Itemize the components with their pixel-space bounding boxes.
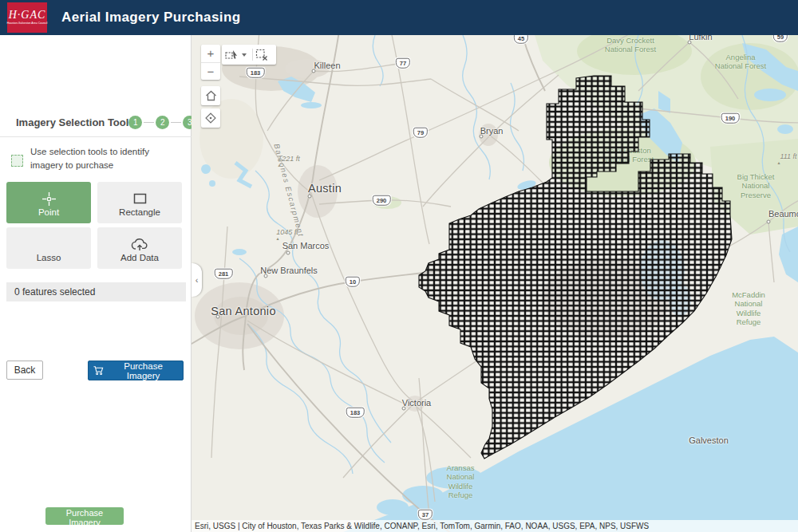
aerial-imagery-purchasing-app: H·GAC Houston-Galveston Area Council Aer…	[0, 0, 798, 532]
protected-area-label: McFaddin National Wildlife Refuge	[732, 290, 765, 327]
highway-shield-37: 37	[418, 510, 433, 520]
clear-selection-button[interactable]	[255, 45, 268, 65]
highway-shield-190: 190	[721, 113, 740, 124]
city-label-victoria: Victoria	[402, 398, 431, 408]
locate-icon	[204, 112, 217, 124]
city-dot	[308, 195, 312, 199]
panel-collapse-tab[interactable]: ‹	[192, 263, 202, 297]
elevation-marker: ▴	[777, 160, 780, 165]
locate-button[interactable]	[201, 108, 220, 128]
city-label-galveston: Galveston	[689, 435, 729, 445]
purchase-imagery-button[interactable]: Purchase Imagery	[88, 361, 184, 380]
select-features-button[interactable]	[225, 45, 239, 65]
app-header: H·GAC Houston-Galveston Area Council Aer…	[0, 0, 798, 35]
elevation-marker: ▴	[276, 235, 279, 241]
step-2-badge: 2	[156, 116, 169, 129]
city-dot	[312, 69, 316, 73]
zoom-control: + −	[201, 45, 220, 80]
sidebar: Imagery Selection Tool 1 2 3 Use selecti…	[0, 35, 192, 532]
city-label-san-antonio: San Antonio	[211, 305, 276, 317]
highway-shield-77: 77	[396, 58, 410, 69]
tool-label: Rectangle	[119, 207, 160, 217]
map-attribution: Esri, USGS | City of Houston, Texas Park…	[192, 520, 798, 532]
elevation-label: 111 ft	[780, 152, 796, 160]
zoom-in-button[interactable]: +	[201, 45, 220, 63]
city-label-beaumont: Beaumont	[768, 209, 798, 219]
city-dot	[688, 41, 692, 45]
panel-title: Imagery Selection Tool	[16, 116, 128, 128]
step-connector	[144, 122, 154, 123]
tool-label: Point	[38, 207, 59, 217]
select-tool-dropdown-caret[interactable]	[242, 53, 247, 57]
tool-label: Lasso	[37, 253, 61, 262]
selection-grid-icon	[11, 155, 23, 167]
zoom-out-button[interactable]: −	[201, 63, 220, 81]
city-dot	[286, 251, 290, 255]
home-button[interactable]	[201, 86, 220, 105]
protected-area-label: Big Thicket National Preserve	[735, 172, 777, 199]
highway-shield-10: 10	[346, 277, 360, 287]
map-canvas[interactable]: KilleenBryanAustinSan MarcosNew Braunfel…	[192, 35, 798, 532]
city-label-lufkin: Lufkin	[689, 35, 712, 41]
selection-toolbar	[222, 45, 276, 65]
panel-header: Imagery Selection Tool 1 2 3	[0, 112, 192, 132]
page-title: Aerial Imagery Purchasing	[61, 10, 240, 26]
highway-shield-183: 183	[247, 68, 265, 78]
rectangle-tool-button[interactable]: Rectangle	[97, 182, 182, 223]
protected-area-label: Davy Crockett National Forest	[605, 36, 656, 54]
hgac-logo-subtext: Houston-Galveston Area Council	[7, 22, 48, 26]
highway-shield-290: 290	[373, 195, 391, 206]
step-1-badge: 1	[128, 116, 142, 129]
city-dot	[480, 135, 484, 139]
protected-area-label: Aransas National Wildlife Refuge	[447, 463, 475, 500]
features-selected-status: 0 features selected	[6, 282, 186, 301]
cloud-upload-icon	[131, 235, 148, 253]
hgac-logo-mark: H·GAC	[9, 10, 46, 21]
rectangle-icon	[133, 190, 147, 207]
protected-area-label: Angelina National Forest	[715, 53, 766, 71]
city-label-bryan: Bryan	[480, 126, 504, 136]
clear-selection-icon	[255, 49, 268, 61]
point-tool-button[interactable]: Point	[6, 182, 91, 223]
select-tool-icon	[225, 49, 239, 61]
city-label-new-braunfels: New Braunfels	[260, 266, 318, 275]
crosshair-icon	[41, 190, 57, 207]
toolbar-divider	[252, 49, 253, 61]
highway-shield-281: 281	[215, 269, 233, 279]
highway-shield-45: 45	[514, 35, 528, 43]
city-dot	[264, 274, 268, 278]
hgac-logo: H·GAC Houston-Galveston Area Council	[7, 2, 47, 33]
city-dot	[402, 407, 406, 411]
city-dot	[767, 220, 771, 224]
city-label-killeen: Killeen	[314, 61, 340, 70]
highway-shield-79: 79	[413, 128, 428, 138]
tool-label: Add Data	[120, 253, 159, 262]
purchase-imagery-label: Purchase Imagery	[109, 361, 178, 380]
highway-shield-183: 183	[346, 408, 365, 418]
step-indicator: 1 2 3	[128, 116, 196, 129]
divider	[0, 136, 192, 137]
cart-icon	[93, 365, 104, 376]
lasso-tool-button[interactable]: Lasso	[6, 227, 91, 269]
instruction-text: Use selection tools to identify imagery …	[30, 145, 179, 171]
selection-tool-grid: Point Rectangle Lasso	[6, 182, 182, 269]
city-label-san-marcos: San Marcos	[282, 241, 330, 250]
step-connector	[171, 122, 181, 123]
purchase-imagery-bottom-button[interactable]: Purchase Imagery	[45, 507, 124, 525]
city-label-austin: Austin	[308, 182, 342, 195]
city-dot	[216, 315, 220, 319]
highway-shield-59: 59	[773, 35, 788, 41]
instruction-row: Use selection tools to identify imagery …	[0, 140, 192, 171]
add-data-tool-button[interactable]: Add Data	[97, 227, 182, 269]
back-button[interactable]: Back	[6, 361, 43, 380]
protected-area-label: Sam Houston National Forest	[602, 146, 654, 164]
map-labels-layer: KilleenBryanAustinSan MarcosNew Braunfel…	[192, 35, 798, 532]
home-icon	[205, 90, 217, 101]
